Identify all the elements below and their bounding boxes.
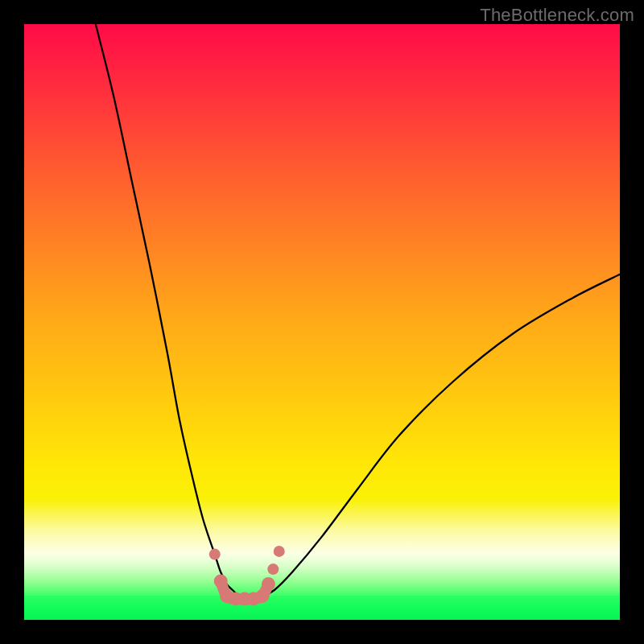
valley-dot bbox=[256, 589, 270, 603]
left-curve bbox=[96, 24, 239, 596]
valley-dot bbox=[209, 549, 221, 560]
plot-area bbox=[24, 24, 620, 620]
valley-dot bbox=[262, 577, 275, 591]
valley-dot bbox=[274, 546, 285, 557]
valley-dots bbox=[209, 546, 285, 606]
valley-dot bbox=[267, 564, 279, 575]
valley-dot bbox=[214, 574, 228, 588]
right-curve bbox=[262, 275, 620, 597]
watermark-text: TheBottleneck.com bbox=[480, 5, 634, 26]
chart-root: TheBottleneck.com bbox=[0, 0, 644, 644]
curve-layer bbox=[24, 24, 620, 620]
